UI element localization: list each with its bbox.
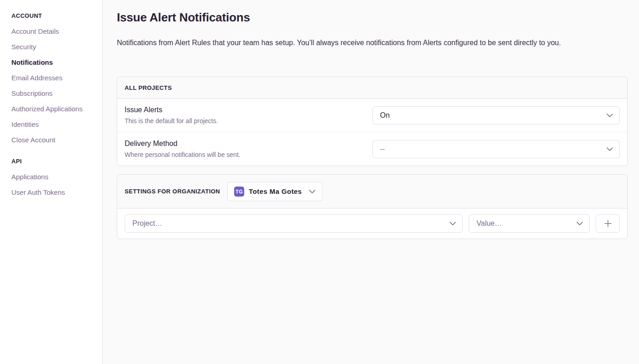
field-row-delivery-method: Delivery Method Where personal notificat… [117, 132, 627, 166]
page-description: Notifications from Alert Rules that your… [117, 38, 628, 47]
sidebar-section-api: API Applications User Auth Tokens [11, 158, 98, 196]
field-row-issue-alerts: Issue Alerts This is the default for all… [117, 99, 627, 132]
delivery-method-label: Delivery Method [125, 140, 364, 148]
chevron-down-icon [450, 222, 456, 225]
organization-settings-panel: SETTINGS FOR ORGANIZATION TG Totes Ma Go… [117, 174, 628, 239]
all-projects-header-label: ALL PROJECTS [125, 84, 172, 91]
sidebar-item-account-details[interactable]: Account Details [11, 27, 98, 35]
organization-avatar: TG [234, 187, 244, 197]
sidebar-section-account: ACCOUNT Account Details Security Notific… [11, 12, 98, 144]
sidebar-item-subscriptions[interactable]: Subscriptions [11, 89, 98, 97]
settings-sidebar: ACCOUNT Account Details Security Notific… [0, 0, 103, 364]
delivery-method-select-value: -- [380, 145, 385, 153]
sidebar-item-identities[interactable]: Identities [11, 120, 98, 128]
plus-icon [604, 219, 612, 228]
all-projects-panel: ALL PROJECTS Issue Alerts This is the de… [117, 77, 628, 166]
all-projects-panel-header: ALL PROJECTS [117, 77, 627, 99]
add-rule-button[interactable] [596, 214, 620, 233]
sidebar-item-email-addresses[interactable]: Email Addresses [11, 74, 98, 82]
issue-alerts-help: This is the default for all projects. [125, 117, 364, 125]
organization-filter-row: Project… Value… [117, 208, 627, 239]
issue-alerts-select-value: On [380, 111, 390, 120]
sidebar-item-applications[interactable]: Applications [11, 173, 98, 181]
sidebar-item-user-auth-tokens[interactable]: User Auth Tokens [11, 188, 98, 196]
sidebar-item-notifications[interactable]: Notifications [11, 58, 98, 66]
settings-content: Issue Alert Notifications Notifications … [103, 0, 639, 364]
organization-panel-header: SETTINGS FOR ORGANIZATION TG Totes Ma Go… [117, 175, 627, 208]
value-select[interactable]: Value… [469, 214, 590, 233]
chevron-down-icon [576, 222, 583, 225]
issue-alerts-label: Issue Alerts [125, 106, 364, 114]
project-select-placeholder: Project… [132, 219, 162, 228]
sidebar-section-title-api: API [11, 158, 98, 165]
delivery-method-select[interactable]: -- [372, 140, 620, 158]
sidebar-item-security[interactable]: Security [11, 43, 98, 51]
delivery-method-help: Where personal notifications will be sen… [125, 151, 364, 158]
page-title: Issue Alert Notifications [117, 10, 628, 25]
sidebar-item-authorized-applications[interactable]: Authorized Applications [11, 105, 98, 113]
organization-name: Totes Ma Gotes [249, 187, 302, 195]
chevron-down-icon [309, 190, 315, 193]
project-select[interactable]: Project… [125, 214, 463, 233]
sidebar-item-close-account[interactable]: Close Account [11, 136, 98, 144]
chevron-down-icon [607, 147, 613, 151]
organization-selector[interactable]: TG Totes Ma Gotes [227, 182, 322, 201]
organization-header-label: SETTINGS FOR ORGANIZATION [125, 188, 220, 195]
sidebar-section-title-account: ACCOUNT [11, 12, 98, 19]
issue-alerts-select[interactable]: On [372, 106, 620, 125]
value-select-placeholder: Value… [477, 219, 502, 228]
chevron-down-icon [607, 114, 613, 117]
